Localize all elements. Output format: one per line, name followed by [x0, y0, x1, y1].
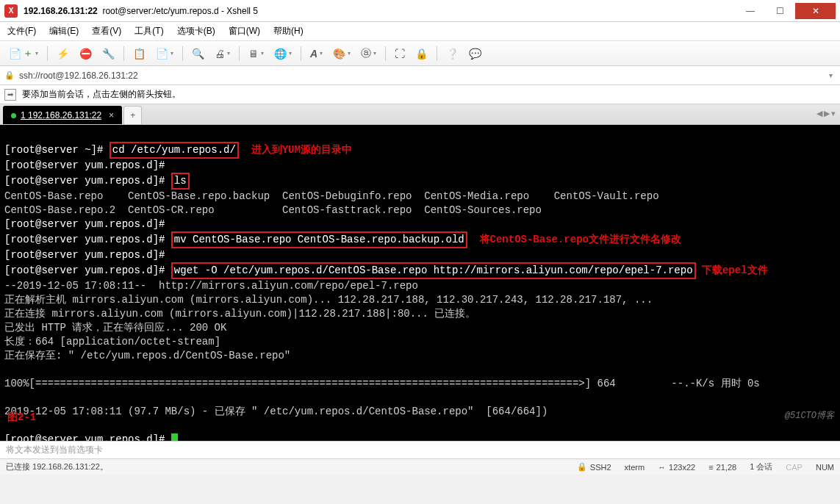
status-termtype: xterm: [625, 463, 645, 472]
menu-window[interactable]: 窗口(W): [229, 25, 260, 37]
menu-file[interactable]: 文件(F): [7, 25, 36, 37]
lock-icon: 🔒: [4, 71, 15, 80]
tab-bar: 1 192.168.26.131:22 × + ◀ ▶ ▾: [0, 104, 840, 125]
toolbar: 📄＋▾ ⚡ ⛔ 🔧 📋 📄▾ 🔍 🖨▾ 🖥▾ 🌐▾ A▾ 🎨▾ ⓐ▾ ⛶ 🔒 ❔…: [0, 41, 840, 66]
encoding-button[interactable]: ⓐ▾: [358, 46, 379, 62]
address-url: ssh://root@192.168.26.131:22: [19, 71, 836, 81]
status-size: ↔ 123x22: [658, 463, 695, 472]
tab-next-icon[interactable]: ▶: [824, 109, 830, 118]
menu-edit[interactable]: 编辑(E): [49, 25, 79, 37]
send-text-input[interactable]: 将文本发送到当前选项卡: [0, 441, 840, 458]
address-dropdown-icon[interactable]: ▾: [829, 71, 833, 79]
disconnect-button[interactable]: ⛔: [76, 46, 95, 61]
status-protocol: 🔒 SSH2: [577, 462, 611, 472]
connected-dot-icon: [11, 113, 16, 118]
menu-bar: 文件(F) 编辑(E) 查看(V) 工具(T) 选项卡(B) 窗口(W) 帮助(…: [0, 22, 840, 41]
minimize-button[interactable]: —: [736, 3, 764, 19]
color-button[interactable]: 🎨▾: [330, 46, 353, 61]
annotation-3: 下载epel文件: [702, 264, 768, 276]
status-num: NUM: [816, 463, 834, 472]
watermark: @51CTO博客: [785, 409, 834, 423]
tab-new[interactable]: +: [123, 106, 142, 124]
annotation-2: 将CentOS-Base.repo文件进行文件名修改: [480, 234, 681, 245]
copy-button[interactable]: 📋: [130, 46, 148, 61]
address-bar[interactable]: 🔒 ssh://root@192.168.26.131:22 ▾: [0, 66, 840, 85]
sessions-button[interactable]: 🖥▾: [245, 46, 267, 61]
lock-button[interactable]: 🔒: [412, 46, 431, 61]
properties-button[interactable]: 🔧: [99, 46, 118, 61]
cursor-icon: [171, 433, 178, 441]
status-caps: CAP: [786, 463, 803, 472]
new-session-button[interactable]: 📄＋▾: [6, 46, 41, 62]
tab-close-icon[interactable]: ×: [109, 110, 114, 120]
status-connection: 已连接 192.168.26.131:22。: [6, 461, 108, 472]
menu-tabs[interactable]: 选项卡(B): [177, 25, 215, 37]
fullscreen-button[interactable]: ⛶: [392, 46, 408, 61]
app-icon: X: [4, 4, 18, 18]
tunneling-button[interactable]: 🌐▾: [271, 46, 295, 61]
tab-list-icon[interactable]: ▾: [831, 109, 836, 118]
terminal[interactable]: [root@server ~]# cd /etc/yum.repos.d/ 进入…: [0, 125, 840, 441]
paste-button[interactable]: 📄▾: [153, 46, 176, 61]
find-button[interactable]: 🔍: [189, 46, 207, 61]
print-button[interactable]: 🖨▾: [212, 46, 233, 61]
close-button[interactable]: ✕: [795, 3, 836, 19]
figure-caption: 图2-1: [7, 411, 36, 425]
title-bar: X 192.168.26.131:22 root@server:/etc/yum…: [0, 0, 840, 22]
hint-text: 要添加当前会话，点击左侧的箭头按钮。: [22, 88, 181, 101]
maximize-button[interactable]: ☐: [766, 3, 794, 19]
status-bar: 已连接 192.168.26.131:22。 🔒 SSH2 xterm ↔ 12…: [0, 458, 840, 475]
annotation-1: 进入到YUM源的目录中: [251, 144, 352, 156]
menu-help[interactable]: 帮助(H): [273, 25, 304, 37]
window-title: 192.168.26.131:22 root@server:/etc/yum.r…: [24, 6, 736, 16]
tab-active[interactable]: 1 192.168.26.131:22 ×: [3, 106, 122, 124]
chat-button[interactable]: 💬: [466, 46, 484, 61]
status-sessions: 1 会话: [750, 461, 772, 472]
status-pos: ≡ 21,28: [708, 463, 736, 472]
menu-view[interactable]: 查看(V): [92, 25, 121, 37]
menu-tools[interactable]: 工具(T): [134, 25, 163, 37]
font-button[interactable]: A▾: [307, 46, 326, 61]
reconnect-button[interactable]: ⚡: [54, 46, 72, 61]
tab-prev-icon[interactable]: ◀: [816, 109, 822, 118]
add-session-arrow-button[interactable]: ➡: [4, 89, 16, 101]
help-button[interactable]: ❔: [443, 46, 462, 61]
hint-bar: ➡ 要添加当前会话，点击左侧的箭头按钮。: [0, 85, 840, 104]
